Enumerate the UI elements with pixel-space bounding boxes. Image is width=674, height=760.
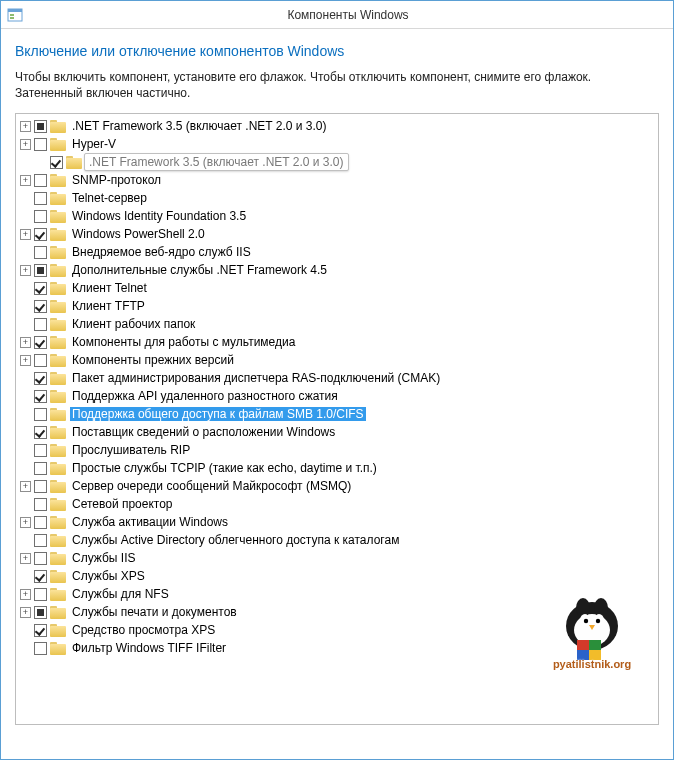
feature-label[interactable]: Компоненты прежних версий [70, 353, 236, 367]
expand-icon[interactable]: + [20, 175, 31, 186]
tree-node[interactable]: Telnet-сервер [18, 189, 656, 207]
expand-icon[interactable]: + [20, 121, 31, 132]
tree-node[interactable]: Средство просмотра XPS [18, 621, 656, 639]
feature-checkbox[interactable] [34, 462, 47, 475]
feature-label[interactable]: Внедряемое веб-ядро служб IIS [70, 245, 253, 259]
feature-checkbox[interactable] [34, 588, 47, 601]
feature-tree[interactable]: +.NET Framework 3.5 (включает .NET 2.0 и… [15, 113, 659, 725]
tree-node[interactable]: Пакет администрирования диспетчера RAS-п… [18, 369, 656, 387]
feature-label[interactable]: Службы XPS [70, 569, 147, 583]
feature-checkbox[interactable] [34, 534, 47, 547]
tree-node[interactable]: Фильтр Windows TIFF IFilter [18, 639, 656, 657]
tree-node[interactable]: +Hyper-V [18, 135, 656, 153]
feature-label[interactable]: Службы для NFS [70, 587, 171, 601]
feature-checkbox[interactable] [34, 606, 47, 619]
expand-icon[interactable]: + [20, 481, 31, 492]
expand-icon[interactable]: + [20, 517, 31, 528]
feature-label[interactable]: Поддержка API удаленного разностного сжа… [70, 389, 340, 403]
feature-label[interactable]: Клиент TFTP [70, 299, 147, 313]
tree-node[interactable]: Windows Identity Foundation 3.5 [18, 207, 656, 225]
feature-checkbox[interactable] [34, 120, 47, 133]
feature-checkbox[interactable] [34, 552, 47, 565]
feature-label[interactable]: Компоненты для работы с мультимедиа [70, 335, 297, 349]
feature-label[interactable]: Windows PowerShell 2.0 [70, 227, 207, 241]
feature-label[interactable]: Службы IIS [70, 551, 137, 565]
feature-checkbox[interactable] [34, 390, 47, 403]
feature-label[interactable]: Дополнительные службы .NET Framework 4.5 [70, 263, 329, 277]
feature-checkbox[interactable] [34, 624, 47, 637]
feature-label[interactable]: Поставщик сведений о расположении Window… [70, 425, 337, 439]
feature-label[interactable]: Простые службы TCPIP (такие как echo, da… [70, 461, 379, 475]
node-tooltip[interactable]: .NET Framework 3.5 (включает .NET 2.0 и … [84, 153, 349, 171]
tree-node[interactable]: +Компоненты для работы с мультимедиа [18, 333, 656, 351]
tree-node[interactable]: +Сервер очереди сообщений Майкрософт (MS… [18, 477, 656, 495]
feature-checkbox[interactable] [34, 264, 47, 277]
expand-icon[interactable]: + [20, 265, 31, 276]
feature-checkbox[interactable] [34, 210, 47, 223]
feature-checkbox[interactable] [34, 354, 47, 367]
feature-checkbox[interactable] [34, 480, 47, 493]
tree-node[interactable]: +Компоненты прежних версий [18, 351, 656, 369]
feature-label[interactable]: Клиент Telnet [70, 281, 149, 295]
tree-node[interactable]: Поддержка общего доступа к файлам SMB 1.… [18, 405, 656, 423]
feature-checkbox[interactable] [34, 372, 47, 385]
tree-node[interactable]: +SNMP-протокол [18, 171, 656, 189]
feature-checkbox[interactable] [34, 426, 47, 439]
feature-checkbox[interactable] [34, 318, 47, 331]
tree-node[interactable]: +Служба активации Windows [18, 513, 656, 531]
tree-node[interactable]: Поставщик сведений о расположении Window… [18, 423, 656, 441]
tree-node[interactable]: +.NET Framework 3.5 (включает .NET 2.0 и… [18, 117, 656, 135]
tree-node[interactable]: Службы XPS [18, 567, 656, 585]
feature-label[interactable]: .NET Framework 3.5 (включает .NET 2.0 и … [70, 119, 329, 133]
feature-checkbox[interactable] [34, 138, 47, 151]
feature-checkbox[interactable] [34, 192, 47, 205]
feature-checkbox[interactable] [50, 156, 63, 169]
feature-label[interactable]: Клиент рабочих папок [70, 317, 197, 331]
feature-checkbox[interactable] [34, 282, 47, 295]
feature-label[interactable]: Сервер очереди сообщений Майкрософт (MSM… [70, 479, 353, 493]
feature-checkbox[interactable] [34, 642, 47, 655]
tree-node[interactable]: +Службы IIS [18, 549, 656, 567]
feature-checkbox[interactable] [34, 408, 47, 421]
feature-label[interactable]: Средство просмотра XPS [70, 623, 217, 637]
feature-checkbox[interactable] [34, 570, 47, 583]
tree-node[interactable]: +Службы печати и документов [18, 603, 656, 621]
feature-checkbox[interactable] [34, 174, 47, 187]
expand-icon[interactable]: + [20, 139, 31, 150]
feature-label[interactable]: Пакет администрирования диспетчера RAS-п… [70, 371, 442, 385]
feature-label[interactable]: Telnet-сервер [70, 191, 149, 205]
titlebar[interactable]: Компоненты Windows [1, 1, 673, 29]
feature-checkbox[interactable] [34, 336, 47, 349]
feature-label[interactable]: Прослушиватель RIP [70, 443, 192, 457]
feature-label[interactable]: Windows Identity Foundation 3.5 [70, 209, 248, 223]
tree-node[interactable]: Прослушиватель RIP [18, 441, 656, 459]
tree-node[interactable]: .NET Framework 3.5 (включает .NET 2.0 и … [18, 153, 656, 171]
tree-node[interactable]: +Дополнительные службы .NET Framework 4.… [18, 261, 656, 279]
expand-icon[interactable]: + [20, 607, 31, 618]
feature-label[interactable]: Служба активации Windows [70, 515, 230, 529]
feature-label[interactable]: SNMP-протокол [70, 173, 163, 187]
feature-checkbox[interactable] [34, 498, 47, 511]
tree-node[interactable]: Простые службы TCPIP (такие как echo, da… [18, 459, 656, 477]
feature-checkbox[interactable] [34, 516, 47, 529]
tree-node[interactable]: Службы Active Directory облегченного дос… [18, 531, 656, 549]
tree-node[interactable]: +Windows PowerShell 2.0 [18, 225, 656, 243]
tree-node[interactable]: Клиент Telnet [18, 279, 656, 297]
expand-icon[interactable]: + [20, 553, 31, 564]
expand-icon[interactable]: + [20, 589, 31, 600]
feature-checkbox[interactable] [34, 228, 47, 241]
expand-icon[interactable]: + [20, 355, 31, 366]
feature-label[interactable]: Сетевой проектор [70, 497, 175, 511]
feature-label[interactable]: Фильтр Windows TIFF IFilter [70, 641, 228, 655]
feature-checkbox[interactable] [34, 444, 47, 457]
tree-node[interactable]: Сетевой проектор [18, 495, 656, 513]
feature-label[interactable]: Службы Active Directory облегченного дос… [70, 533, 401, 547]
feature-label[interactable]: Hyper-V [70, 137, 118, 151]
tree-node[interactable]: Клиент TFTP [18, 297, 656, 315]
tree-node[interactable]: +Службы для NFS [18, 585, 656, 603]
expand-icon[interactable]: + [20, 229, 31, 240]
tree-node[interactable]: Поддержка API удаленного разностного сжа… [18, 387, 656, 405]
feature-checkbox[interactable] [34, 246, 47, 259]
feature-checkbox[interactable] [34, 300, 47, 313]
tree-node[interactable]: Внедряемое веб-ядро служб IIS [18, 243, 656, 261]
